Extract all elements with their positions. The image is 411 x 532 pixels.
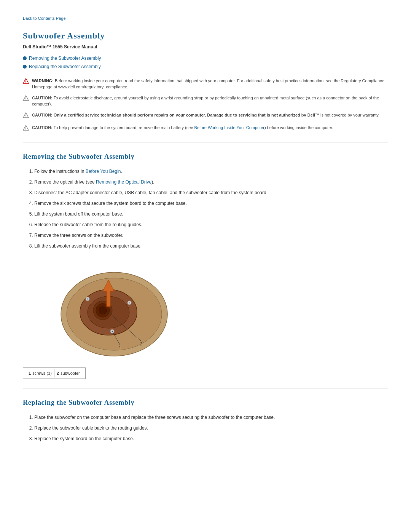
removing-optical-drive-link[interactable]: Removing the Optical Drive xyxy=(96,179,151,185)
subtitle: Dell Studio™ 1555 Service Manual xyxy=(23,43,388,50)
notice-caution-3: CAUTION: To help prevent damage to the s… xyxy=(23,125,388,133)
replacing-section-title: Replacing the Subwoofer Assembly xyxy=(23,398,388,408)
notice-warning: WARNING: Before working inside your comp… xyxy=(23,78,388,90)
step-4: Remove the six screws that secure the sy… xyxy=(34,200,388,207)
toc-link-removing[interactable]: Removing the Subwoofer Assembly xyxy=(29,55,101,62)
step-1: Follow the instructions in Before You Be… xyxy=(34,168,388,175)
legend-label-2: subwoofer xyxy=(61,370,80,377)
svg-point-8 xyxy=(25,117,26,117)
notice-caution-2: CAUTION: Only a certified service techni… xyxy=(23,112,388,120)
before-working-link[interactable]: Before Working Inside Your Computer xyxy=(194,125,264,130)
divider-2 xyxy=(23,388,388,388)
svg-point-2 xyxy=(25,82,26,83)
step-8: Lift the subwoofer assembly from the com… xyxy=(34,243,388,249)
step-2: Remove the optical drive (see Removing t… xyxy=(34,179,388,185)
diagram-legend: 1 screws (3) 2 subwoofer xyxy=(23,367,86,379)
before-you-begin-link[interactable]: Before You Begin xyxy=(86,169,121,174)
step-6: Release the subwoofer cable from the rou… xyxy=(34,221,388,228)
replace-step-2: Replace the subwoofer cable back to the … xyxy=(34,425,388,431)
bullet-icon xyxy=(23,56,27,60)
toc-list: Removing the Subwoofer Assembly Replacin… xyxy=(23,55,388,70)
legend-item-1: 1 screws (3) xyxy=(26,369,54,377)
legend-label-1: screws (3) xyxy=(32,370,52,377)
svg-point-18 xyxy=(99,307,107,314)
warning-icon xyxy=(23,78,29,86)
back-link[interactable]: Back to Contents Page xyxy=(23,15,388,22)
toc-item-removing: Removing the Subwoofer Assembly xyxy=(23,55,388,62)
caution-label-1: CAUTION: xyxy=(32,96,53,100)
svg-text:1: 1 xyxy=(119,345,121,350)
caution-icon-3 xyxy=(23,125,29,133)
caution-icon-1 xyxy=(23,95,29,103)
replace-step-1: Place the subwoofer on the computer base… xyxy=(34,414,388,421)
caution-icon-2 xyxy=(23,112,29,120)
divider-1 xyxy=(23,142,388,142)
toc-item-replacing: Replacing the Subwoofer Assembly xyxy=(23,63,388,70)
legend-item-2: 2 subwoofer xyxy=(54,369,82,377)
legend-num-1: 1 xyxy=(29,370,31,377)
step-7: Remove the three screws on the subwoofer… xyxy=(34,232,388,239)
step-3: Disconnect the AC adapter connector cabl… xyxy=(34,189,388,196)
svg-point-5 xyxy=(25,99,26,100)
toc-link-replacing[interactable]: Replacing the Subwoofer Assembly xyxy=(29,63,101,70)
legend-num-2: 2 xyxy=(57,370,59,377)
replacing-steps-list: Place the subwoofer on the computer base… xyxy=(23,414,388,442)
caution-label-2: CAUTION: xyxy=(32,113,53,117)
diagram-container: 1 2 1 screws (3) 2 subwoofer xyxy=(23,257,388,379)
caution-label-3: CAUTION: xyxy=(32,125,53,130)
warning-label: WARNING: xyxy=(32,78,54,83)
notice-caution-1: CAUTION: To avoid electrostatic discharg… xyxy=(23,95,388,107)
subwoofer-diagram: 1 2 xyxy=(53,257,167,364)
replace-step-3: Replace the system board on the computer… xyxy=(34,435,388,442)
svg-text:2: 2 xyxy=(140,342,142,346)
bullet-icon xyxy=(23,65,27,69)
removing-steps-list: Follow the instructions in Before You Be… xyxy=(23,168,388,249)
step-5: Lift the system board off the computer b… xyxy=(34,211,388,217)
svg-point-11 xyxy=(25,129,26,130)
page-title: Subwoofer Assembly xyxy=(23,29,388,42)
removing-section-title: Removing the Subwoofer Assembly xyxy=(23,152,388,162)
